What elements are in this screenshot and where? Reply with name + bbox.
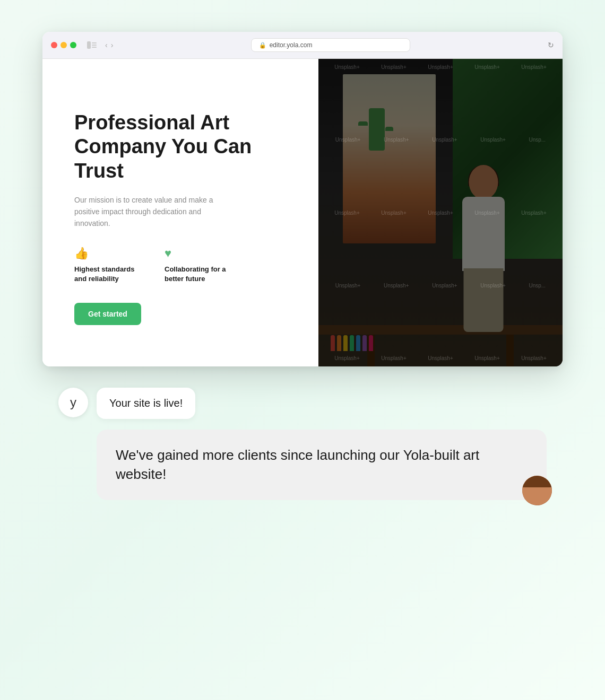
website-left-panel: Professional Art Company You Can Trust O… bbox=[42, 59, 318, 366]
avatar-face bbox=[522, 476, 552, 505]
second-chat-row: We've gained more clients since launchin… bbox=[58, 430, 547, 500]
traffic-lights bbox=[51, 42, 76, 48]
yola-letter: y bbox=[70, 395, 76, 410]
watermark-22: Unsplash+ bbox=[381, 355, 407, 361]
watermark-1: Unsplash+ bbox=[334, 64, 360, 70]
watermark-24: Unsplash+ bbox=[474, 355, 500, 361]
watermark-23: Unsplash+ bbox=[428, 355, 453, 361]
hero-subtitle: Our mission is to create value and make … bbox=[74, 194, 223, 230]
watermark-7: Unsplash+ bbox=[384, 137, 409, 143]
watermark-9: Unsplash+ bbox=[480, 137, 506, 143]
nav-buttons: ‹ › bbox=[105, 41, 113, 49]
refresh-button[interactable]: ↻ bbox=[548, 41, 554, 49]
address-bar-wrap: 🔒 editor.yola.com bbox=[119, 38, 541, 52]
browser-content: Professional Art Company You Can Trust O… bbox=[42, 59, 563, 366]
watermark-16: Unsplash+ bbox=[335, 283, 361, 288]
watermark-14: Unsplash+ bbox=[474, 210, 500, 216]
watermark-4: Unsplash+ bbox=[474, 64, 500, 70]
feature-item-collaborating: ♥ Collaborating for a better future bbox=[165, 247, 234, 284]
yola-logo-avatar: y bbox=[58, 388, 88, 417]
forward-button[interactable]: › bbox=[111, 41, 114, 49]
browser-chrome: ‹ › 🔒 editor.yola.com ↻ bbox=[42, 32, 563, 59]
hero-title: Professional Art Company You Can Trust bbox=[74, 111, 292, 183]
watermark-25: Unsplash+ bbox=[521, 355, 547, 361]
watermark-17: Unsplash+ bbox=[384, 283, 409, 288]
url-text: editor.yola.com bbox=[270, 41, 313, 49]
feature-item-standards: 👍 Highest standards and reliability bbox=[74, 247, 143, 284]
maximize-button[interactable] bbox=[70, 42, 76, 48]
svg-rect-1 bbox=[92, 42, 97, 43]
address-bar[interactable]: 🔒 editor.yola.com bbox=[251, 38, 410, 52]
feature-label-standards: Highest standards and reliability bbox=[74, 265, 143, 284]
watermark-20: Unsp... bbox=[529, 283, 546, 288]
watermark-3: Unsplash+ bbox=[428, 64, 453, 70]
first-chat-row: y Your site is live! bbox=[58, 388, 547, 419]
sidebar-toggle-icon[interactable] bbox=[87, 41, 97, 49]
svg-rect-3 bbox=[92, 47, 97, 48]
watermark-13: Unsplash+ bbox=[428, 210, 453, 216]
svg-rect-0 bbox=[87, 41, 91, 49]
avatar-hair bbox=[522, 476, 552, 487]
watermark-12: Unsplash+ bbox=[381, 210, 407, 216]
close-button[interactable] bbox=[51, 42, 57, 48]
chat-section: y Your site is live! We've gained more c… bbox=[42, 388, 563, 500]
feature-label-collaborating: Collaborating for a better future bbox=[165, 265, 234, 284]
page-wrapper: ‹ › 🔒 editor.yola.com ↻ Professional Art… bbox=[0, 0, 605, 700]
watermark-5: Unsplash+ bbox=[521, 64, 547, 70]
get-started-button[interactable]: Get started bbox=[74, 303, 141, 325]
minimize-button[interactable] bbox=[60, 42, 67, 48]
lock-icon: 🔒 bbox=[259, 42, 266, 49]
browser-window: ‹ › 🔒 editor.yola.com ↻ Professional Art… bbox=[42, 32, 563, 366]
heart-icon: ♥ bbox=[165, 247, 234, 260]
watermark-2: Unsplash+ bbox=[381, 64, 407, 70]
second-chat-bubble: We've gained more clients since launchin… bbox=[97, 430, 547, 500]
watermark-6: Unsplash+ bbox=[335, 137, 361, 143]
user-avatar bbox=[522, 476, 552, 505]
second-bubble-text: We've gained more clients since launchin… bbox=[116, 447, 479, 482]
features-row: 👍 Highest standards and reliability ♥ Co… bbox=[74, 247, 292, 284]
back-button[interactable]: ‹ bbox=[105, 41, 108, 49]
watermarks-overlay: Unsplash+ Unsplash+ Unsplash+ Unsplash+ … bbox=[318, 59, 563, 366]
watermark-18: Unsplash+ bbox=[432, 283, 457, 288]
website-right-panel: Unsplash+ Unsplash+ Unsplash+ Unsplash+ … bbox=[318, 59, 563, 366]
watermark-8: Unsplash+ bbox=[432, 137, 457, 143]
watermark-21: Unsplash+ bbox=[334, 355, 360, 361]
svg-rect-2 bbox=[92, 45, 97, 46]
watermark-11: Unsplash+ bbox=[334, 210, 360, 216]
first-chat-bubble: Your site is live! bbox=[97, 388, 195, 419]
thumbs-up-icon: 👍 bbox=[74, 247, 143, 260]
watermark-10: Unsp... bbox=[529, 137, 546, 143]
watermark-19: Unsplash+ bbox=[480, 283, 506, 288]
watermark-15: Unsplash+ bbox=[521, 210, 547, 216]
first-bubble-text: Your site is live! bbox=[109, 397, 183, 409]
